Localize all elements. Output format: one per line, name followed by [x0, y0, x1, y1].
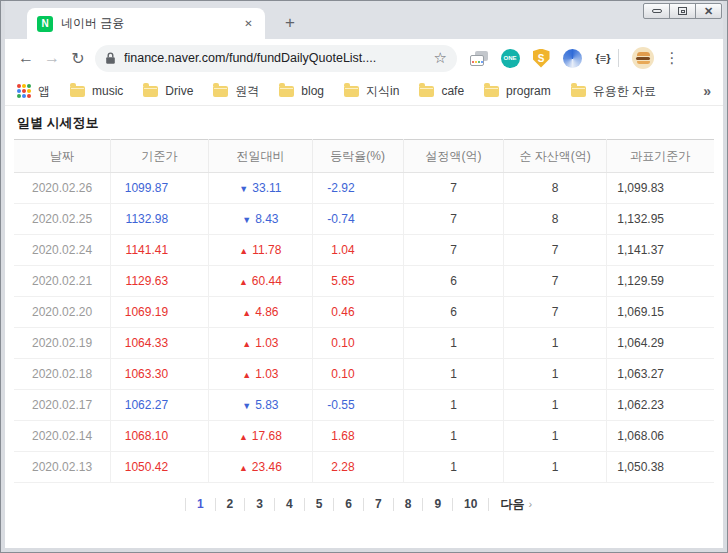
- back-button[interactable]: ←: [13, 45, 39, 71]
- cell-net-asset: 7: [504, 297, 606, 328]
- cell-price: 1129.63: [111, 266, 209, 297]
- cell-tax-base-price: 1,068.06: [606, 421, 714, 452]
- bookmark-folder[interactable]: music: [70, 84, 123, 98]
- page-button-6[interactable]: 6: [333, 498, 363, 511]
- table-row: 2020.02.181063.30▲1.030.10111,063.27: [14, 359, 714, 390]
- bookmark-folder[interactable]: 유용한 자료: [571, 83, 656, 100]
- column-header: 과표기준가: [606, 140, 714, 173]
- screen-capture-extension-icon[interactable]: [469, 48, 489, 68]
- folder-icon: [571, 86, 586, 97]
- page-button-4[interactable]: 4: [274, 498, 304, 511]
- trend-up-icon: ▲: [239, 246, 248, 256]
- trend-up-icon: ▲: [242, 308, 251, 318]
- bookmark-folder[interactable]: blog: [279, 84, 324, 98]
- apps-button[interactable]: 앱: [17, 83, 50, 100]
- cell-tax-base-price: 1,064.29: [606, 328, 714, 359]
- cell-date: 2020.02.24: [14, 235, 111, 266]
- page-button-3[interactable]: 3: [244, 498, 274, 511]
- pagination: 12345678910다음›: [14, 498, 714, 511]
- table-row: 2020.02.241141.41▲11.781.04771,141.37: [14, 235, 714, 266]
- bookmarks-overflow-button[interactable]: »: [703, 83, 711, 99]
- chrome-menu-icon[interactable]: ⋮: [662, 49, 682, 67]
- tab-naver-finance[interactable]: N 네이버 금융 ✕: [27, 8, 265, 39]
- swirl-extension-icon[interactable]: [562, 48, 582, 68]
- address-bar[interactable]: finance.naver.com/fund/fundDailyQuoteLis…: [95, 45, 457, 72]
- bookmark-label: 원격: [235, 83, 259, 100]
- cell-setup-amount: 1: [403, 452, 504, 483]
- profile-avatar[interactable]: [632, 47, 654, 69]
- cell-net-asset: 8: [504, 173, 606, 204]
- cell-net-asset: 1: [504, 390, 606, 421]
- table-row: 2020.02.261099.87▼33.11-2.92781,099.83: [14, 173, 714, 204]
- one-extension-icon[interactable]: ONE: [500, 48, 520, 68]
- tab-close-icon[interactable]: ✕: [240, 15, 257, 32]
- minimize-icon: [652, 9, 662, 13]
- cell-net-asset: 8: [504, 204, 606, 235]
- page-button-7[interactable]: 7: [363, 498, 393, 511]
- page-button-10[interactable]: 10: [452, 498, 488, 511]
- cell-date: 2020.02.17: [14, 390, 111, 421]
- next-page-button[interactable]: 다음›: [488, 498, 543, 511]
- cell-price: 1064.33: [111, 328, 209, 359]
- cell-tax-base-price: 1,132.95: [606, 204, 714, 235]
- trend-up-icon: ▲: [239, 463, 248, 473]
- cell-change: ▲4.86: [209, 297, 313, 328]
- maximize-button[interactable]: [669, 3, 696, 19]
- column-header: 전일대비: [209, 140, 313, 173]
- bookmark-folder[interactable]: 원격: [213, 83, 259, 100]
- cell-setup-amount: 1: [403, 328, 504, 359]
- page-button-8[interactable]: 8: [393, 498, 423, 511]
- cell-date: 2020.02.20: [14, 297, 111, 328]
- cell-change: ▲17.68: [209, 421, 313, 452]
- table-header-row: 날짜기준가전일대비등락율(%)설정액(억)순 자산액(억)과표기준가: [14, 140, 714, 173]
- folder-icon: [484, 86, 499, 97]
- apps-grid-icon: [17, 84, 31, 98]
- folder-icon: [279, 86, 294, 97]
- bookmark-folder[interactable]: cafe: [419, 84, 464, 98]
- cell-rate: 1.68: [312, 421, 403, 452]
- shield-extension-icon[interactable]: S: [531, 48, 551, 68]
- bookmark-label: 지식in: [366, 83, 399, 100]
- cell-tax-base-price: 1,069.15: [606, 297, 714, 328]
- cell-price: 1063.30: [111, 359, 209, 390]
- cell-setup-amount: 7: [403, 173, 504, 204]
- braces-extension-icon[interactable]: {≡}: [593, 48, 613, 68]
- trend-up-icon: ▲: [239, 432, 248, 442]
- cell-price: 1069.19: [111, 297, 209, 328]
- close-icon: ✕: [704, 6, 713, 17]
- cell-rate: 0.46: [312, 297, 403, 328]
- close-button[interactable]: ✕: [695, 3, 722, 19]
- cell-change: ▲11.78: [209, 235, 313, 266]
- cell-setup-amount: 7: [403, 204, 504, 235]
- bookmark-folder[interactable]: 지식in: [344, 83, 399, 100]
- column-header: 날짜: [14, 140, 111, 173]
- page-button-5[interactable]: 5: [304, 498, 334, 511]
- cell-change: ▼8.43: [209, 204, 313, 235]
- apps-label: 앱: [38, 83, 50, 100]
- cell-price: 1132.98: [111, 204, 209, 235]
- cell-date: 2020.02.14: [14, 421, 111, 452]
- cell-net-asset: 1: [504, 359, 606, 390]
- cell-setup-amount: 6: [403, 266, 504, 297]
- new-tab-button[interactable]: +: [277, 10, 303, 36]
- tab-strip: N 네이버 금융 ✕ + ✕: [5, 1, 723, 39]
- cell-change: ▲1.03: [209, 328, 313, 359]
- page-button-2[interactable]: 2: [215, 498, 245, 511]
- page-button-1[interactable]: 1: [185, 498, 215, 511]
- maximize-icon: [678, 7, 687, 15]
- table-row: 2020.02.201069.19▲4.860.46671,069.15: [14, 297, 714, 328]
- cell-price: 1141.41: [111, 235, 209, 266]
- cell-rate: 5.65: [312, 266, 403, 297]
- bookmark-folder[interactable]: program: [484, 84, 551, 98]
- cell-tax-base-price: 1,141.37: [606, 235, 714, 266]
- minimize-button[interactable]: [643, 3, 670, 19]
- cell-tax-base-price: 1,099.83: [606, 173, 714, 204]
- forward-button[interactable]: →: [39, 45, 65, 71]
- bookmark-folder[interactable]: Drive: [143, 84, 193, 98]
- trend-up-icon: ▲: [242, 370, 251, 380]
- page-button-9[interactable]: 9: [422, 498, 452, 511]
- cell-rate: 0.10: [312, 328, 403, 359]
- cell-setup-amount: 7: [403, 235, 504, 266]
- bookmark-star-icon[interactable]: ☆: [434, 49, 447, 67]
- reload-button[interactable]: ↻: [65, 45, 91, 71]
